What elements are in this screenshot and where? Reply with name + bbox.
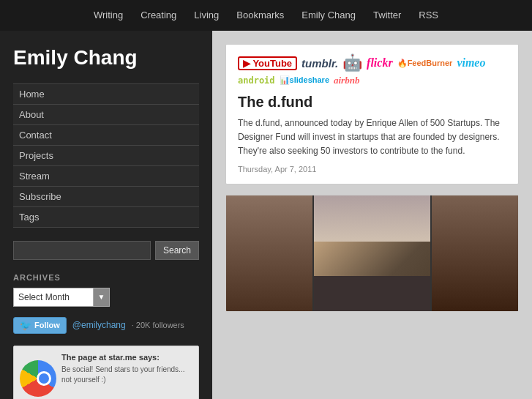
alley-ground [314,276,431,310]
follow-label: Follow [34,321,60,329]
building-left [226,195,314,311]
sidebar: Emily Chang Home About Contact Projects … [0,31,212,399]
building-right [430,195,518,311]
image-card [225,195,519,312]
alley-sky [314,195,431,242]
sidebar-widget: The page at star.me says: Be social! Sen… [13,346,199,399]
widget-body: Be social! Send stars to your friends...… [61,365,195,385]
widget-inner: The page at star.me says: Be social! Sen… [14,346,198,399]
follower-count: · 20K followers [132,321,184,329]
twitter-bird-icon: 🐦 [20,320,31,331]
sidebar-item-tags[interactable]: Tags [13,207,199,227]
follow-button[interactable]: 🐦 Follow [13,317,67,334]
logo-android-robot: 🤖 [342,55,362,71]
widget-text-area: The page at star.me says: Be social! Sen… [61,352,195,385]
nav-link-creating[interactable]: Creating [132,0,185,31]
logo-vimeo: vimeo [457,57,485,69]
logo-airbnb: airbnb [334,75,359,85]
search-row: Search [13,241,199,260]
select-month-dropdown[interactable]: Select Month [13,288,94,307]
page-wrapper: Emily Chang Home About Contact Projects … [0,31,532,399]
image-placeholder [226,195,518,311]
search-input[interactable] [13,241,151,260]
follow-row: 🐦 Follow @emilychang · 20K followers [13,317,199,334]
article-card: ▶ YouTube tumblr. 🤖 flickr 🔥FeedBurner v… [225,44,519,184]
nav-link-rss[interactable]: RSS [410,0,447,31]
article-date: Thursday, Apr 7, 2011 [238,165,506,174]
sidebar-item-home[interactable]: Home [13,84,199,104]
sidebar-item-contact[interactable]: Contact [13,125,199,145]
chrome-inner-circle [37,371,51,386]
nav-link-bookmarks[interactable]: Bookmarks [228,0,293,31]
twitter-handle-link[interactable]: @emilychang [72,320,126,330]
logo-feedburner: 🔥FeedBurner [397,59,453,67]
sidebar-item-stream[interactable]: Stream [13,166,199,186]
top-navigation: Writing Creating Living Bookmarks Emily … [0,0,532,31]
chrome-icon [20,360,56,397]
nav-link-living[interactable]: Living [185,0,228,31]
logo-flickr: flickr [367,57,393,69]
logo-strip: ▶ YouTube tumblr. 🤖 flickr 🔥FeedBurner v… [238,55,506,85]
logo-tumblr: tumblr. [301,58,338,69]
sidebar-item-projects[interactable]: Projects [13,146,199,165]
dropdown-arrow-icon[interactable]: ▼ [94,288,110,307]
widget-title: The page at star.me says: [61,352,195,363]
archives-section: ARCHIVES Select Month ▼ [13,273,199,307]
archives-label: ARCHIVES [13,273,199,282]
nav-link-writing[interactable]: Writing [85,0,132,31]
sidebar-item-about[interactable]: About [13,105,199,124]
nav-link-twitter[interactable]: Twitter [364,0,410,31]
logo-slideshare: 📊slideshare [280,76,329,84]
nav-link-emilychang[interactable]: Emily Chang [293,0,364,31]
article-body: The d.fund, announced today by Enrique A… [238,116,506,159]
site-title: Emily Chang [13,45,199,70]
sidebar-navigation: Home About Contact Projects Stream Subsc… [13,83,199,228]
article-title-link[interactable]: The d.fund [238,94,506,111]
logo-android-text: android [238,76,275,85]
select-month-wrapper: Select Month ▼ [13,288,199,307]
main-content: ▶ YouTube tumblr. 🤖 flickr 🔥FeedBurner v… [212,31,532,399]
search-button[interactable]: Search [155,241,199,260]
logo-youtube: ▶ YouTube [238,56,297,70]
sidebar-item-subscribe[interactable]: Subscribe [13,187,199,206]
